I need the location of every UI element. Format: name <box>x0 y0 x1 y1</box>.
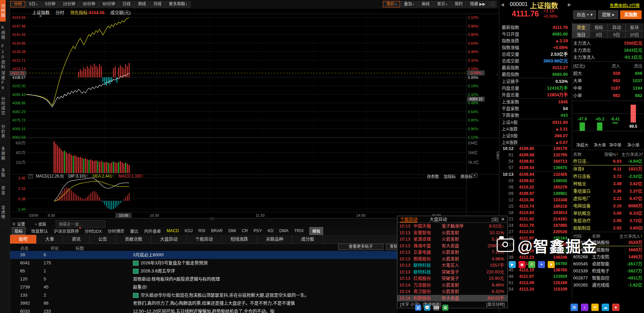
alert-row[interactable]: 10:13星源卓镁火箭发射5.31% <box>397 236 507 243</box>
axis-label: 4121.71 <box>9 58 26 63</box>
alert-row[interactable]: 10:13安靠智电火箭发射10.11% <box>397 229 507 236</box>
axis-label: 4115.14 <box>9 66 26 71</box>
alerts-settings-button[interactable]: [设] <box>492 216 498 222</box>
pane-drag-handle[interactable]: ⁞⁞ <box>497 73 498 76</box>
wechat-icon: ✆ <box>528 261 535 268</box>
scroll-up-icon[interactable]: ▲ <box>641 152 644 155</box>
alerts-header: 个股异动 大盘异动 [设] ✕ <box>397 216 507 223</box>
alert-row[interactable]: 10:14利欧股份有大卖盘69333手 <box>397 295 507 302</box>
amount-label: 成交额(元) <box>110 10 131 15</box>
danmu-input[interactable]: 弹幕走一波… <box>56 220 105 227</box>
axis-price-box: 4111.76 <box>9 71 26 76</box>
indicator-control[interactable]: 加指标 <box>444 173 456 179</box>
alert-row[interactable]: 10:13红相股份突破笼子15.90元 <box>397 275 507 282</box>
axis-label: 0.00% <box>468 75 485 80</box>
tray-cloud-icon[interactable]: ☁ <box>602 304 609 311</box>
splitter-grip[interactable]: ⣿⣿ <box>210 217 214 220</box>
axis-label: 0.32% <box>468 92 485 97</box>
axis-label: 0.48% <box>468 49 485 54</box>
skin-icon: ◑ <box>35 222 37 226</box>
qq-icon: ✦ <box>538 261 545 268</box>
alert-row[interactable]: 10:13联特科技大笔买入1557手 <box>397 262 507 269</box>
help-icon[interactable]: ? <box>28 174 33 178</box>
alert-row[interactable]: 10:13中国天楹笼子触涨停8.02元↑ <box>397 223 507 229</box>
tray-music-icon[interactable]: ♪ <box>581 304 588 311</box>
alert-row[interactable]: 10:13珠海中富有大卖盘25907手 <box>397 243 507 249</box>
dea-value: DEA:2.441↑ <box>93 174 114 178</box>
weibo-icon: ◉ <box>518 261 526 268</box>
close-icon[interactable]: ✕ <box>39 14 42 18</box>
tab-market-alerts[interactable]: 大盘异动 <box>430 216 447 222</box>
macd-header: ? MACD(12,26,9) DIF:3.101↑ DEA:2.441↑ MA… <box>28 174 144 178</box>
axis-label: 4062.59 <box>9 135 26 140</box>
axis-label: 4134.85 <box>9 41 26 46</box>
dif-value: DIF:3.101↑ <box>68 174 88 178</box>
indicator-control[interactable]: 换指标 <box>460 173 473 179</box>
alerts-list[interactable]: 10:13中国天楹笼子触涨停8.02元↑10:13安靠智电火箭发射10.11%1… <box>397 223 507 301</box>
axis-label: 0.38 <box>9 197 26 201</box>
watermark: @智鑫掘金 <box>497 234 598 256</box>
axis-label: 0.96% <box>468 126 485 131</box>
watermark-handle: @智鑫掘金 <box>517 234 598 256</box>
lead-indicator-label: 领先指标: <box>70 10 89 15</box>
tray-mail-icon[interactable]: ✉ <box>591 304 599 311</box>
axis-label: 4075.72 <box>9 118 26 122</box>
ime-toolbar[interactable]: 英 💬 ⌨ ✿ <box>415 305 451 311</box>
axis-label: 4095.43 <box>9 92 26 97</box>
ime-chat-icon[interactable]: 💬 <box>424 305 430 311</box>
axis-label: 4102.00 <box>9 84 26 88</box>
axis-label: 0.80% <box>468 32 485 37</box>
gear-icon: ⚙ <box>12 222 16 226</box>
chart-mode-label: 分时 <box>55 10 64 15</box>
star-icon: ★ <box>548 261 555 268</box>
system-tray[interactable]: ⊞ ♪ ✉ ☁ ● <box>571 304 623 311</box>
axis-label: 0.64% <box>468 41 485 46</box>
time-axis-label: 11:30 <box>250 213 270 218</box>
scroll-down-icon[interactable]: ▼ <box>641 227 644 230</box>
time-axis-label: 10:08 <box>115 213 132 218</box>
show-intraday-button[interactable]: [显示分时] <box>486 302 505 308</box>
ime-lang-icon[interactable]: 英 <box>415 305 421 311</box>
collapse-panel-arrow[interactable]: ◂ <box>496 151 499 160</box>
alert-row[interactable]: 10:13联特科技突破笼子220.00元 <box>397 269 507 275</box>
trading-app-window: { "sidebar": {"items":[ {"l":"分时图","cls"… <box>0 0 644 313</box>
axis-label: 0.16% <box>468 84 485 88</box>
alert-row[interactable]: 10:14南卫股份火箭发射6.32% <box>397 288 507 295</box>
status-row: ⚙ 设置 ◑ 皮肤 弹幕走一波… <box>12 220 105 227</box>
axis-label: 0.64% <box>468 109 485 114</box>
axis-label: 421万 <box>9 150 26 155</box>
settings-button[interactable]: 设置 <box>17 221 25 227</box>
axis-label: 78.2亿 <box>468 160 485 165</box>
axis-label: 0.96% <box>468 24 485 29</box>
axis-price-box: 0.08% <box>467 70 485 75</box>
axis-label: 1.12% <box>468 15 485 20</box>
tray-alert-icon[interactable]: ● <box>612 304 620 311</box>
axis-label: -1.40 <box>9 207 26 212</box>
time-axis-label: 14:00 <box>351 213 371 218</box>
axis-label: 4088.86 <box>9 101 26 105</box>
axis-label: 156亿 <box>468 150 485 155</box>
alerts-footer: [大字 小字] [暂停刷新] [显示分时] <box>397 301 507 308</box>
alert-row[interactable]: 10:13图南股份火箭发射4.96% <box>397 256 507 262</box>
close-icon[interactable]: ✕ <box>501 216 505 222</box>
time-axis-label: 9:30 <box>41 213 61 218</box>
axis-label: 3.95 <box>9 176 26 180</box>
tab-stock-alerts[interactable]: 个股异动 <box>400 216 417 222</box>
axis-label: 4154.55 <box>9 15 26 20</box>
ime-globe-icon[interactable]: ✿ <box>442 305 448 311</box>
close-indicator-icon[interactable]: ✕ <box>472 173 477 178</box>
alert-row[interactable]: 10:14万泽股份火箭发射8.46% <box>397 282 507 289</box>
lead-indicator-value: 4154.55 <box>89 10 104 15</box>
indicator-control[interactable]: 改参数 <box>427 173 439 179</box>
macd-value: MACD:1.320↑ <box>118 174 144 178</box>
macd-controls: 改参数加指标换指标 <box>427 173 477 179</box>
alert-row[interactable]: 10:13正泰电器火箭发射7.10% <box>397 249 507 256</box>
chart-subheader: 上证指数 分时 领先指标:4154.55 成交额(元) <box>32 9 131 15</box>
axis-label: 4141.42 <box>9 32 26 37</box>
axis-label: 2.16 <box>9 186 26 191</box>
axis-label: 4147.98 <box>9 24 26 29</box>
skin-button[interactable]: 皮肤 <box>38 221 46 227</box>
tray-app-icon[interactable]: ⊞ <box>571 304 578 311</box>
ime-keyboard-icon[interactable]: ⌨ <box>433 305 439 311</box>
video-icon: ▶ <box>509 261 516 268</box>
